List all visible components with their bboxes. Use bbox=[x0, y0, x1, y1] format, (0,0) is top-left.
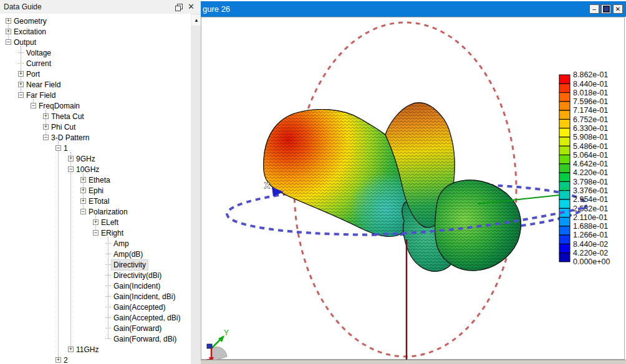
tree-item-eright[interactable]: ERight bbox=[99, 228, 125, 238]
colorbar-cell bbox=[559, 84, 570, 92]
tree-toggle-expand[interactable]: + bbox=[6, 18, 11, 24]
tree-item-excitation[interactable]: Excitation bbox=[12, 26, 48, 37]
tree-toggle-expand[interactable]: + bbox=[6, 29, 11, 34]
tree-toggle-expand[interactable]: + bbox=[68, 156, 74, 161]
tree-item-output[interactable]: Output bbox=[12, 37, 38, 47]
tree-item-11ghz[interactable]: 11GHz bbox=[74, 344, 100, 355]
colorbar-cell bbox=[559, 102, 570, 110]
tree-toggle-expand[interactable]: + bbox=[18, 71, 24, 77]
figure-bottom-strip bbox=[201, 360, 626, 364]
tree-toggle-collapse[interactable]: − bbox=[43, 135, 49, 140]
tree-item-gain-forward-dbi[interactable]: Gain(Forward, dBi) bbox=[112, 333, 178, 344]
y-axis-label: Y bbox=[562, 185, 567, 194]
tree-item-gain-incident[interactable]: Gain(Incident) bbox=[112, 280, 162, 291]
tree-toggle-collapse[interactable]: − bbox=[80, 209, 86, 214]
tree-item-label: FreqDomain bbox=[37, 101, 82, 111]
restore-button[interactable] bbox=[601, 4, 611, 14]
tree-item-ephi[interactable]: Ephi bbox=[87, 185, 105, 196]
tree-item-10ghz[interactable]: 10GHz bbox=[74, 164, 101, 175]
tree-item-label: Polarization bbox=[87, 207, 130, 217]
tree-toggle-collapse[interactable]: − bbox=[55, 145, 61, 151]
tree-toggle-collapse[interactable]: − bbox=[6, 39, 11, 45]
tree-item-directivity-dbi[interactable]: Directivity(dBi) bbox=[112, 270, 163, 280]
figure-titlebar[interactable]: gure 26 – ✕ bbox=[201, 1, 626, 17]
tree-item-gain-incident-dbi[interactable]: Gain(Incident, dBi) bbox=[112, 291, 177, 302]
tree-item-label: ETotal bbox=[87, 196, 111, 206]
tree-toggle-expand[interactable]: + bbox=[43, 124, 49, 130]
tree-item-etheta[interactable]: Etheta bbox=[87, 175, 112, 185]
colorbar-cell bbox=[559, 146, 570, 155]
tree-item-label: Gain(Forward, dBi) bbox=[112, 334, 178, 344]
tree-item-label: Current bbox=[24, 59, 53, 69]
tree-item-gain-accepted-dbi[interactable]: Gain(Accepted, dBi) bbox=[112, 312, 182, 323]
colorbar-tick-label: 2.110e-01 bbox=[573, 213, 607, 222]
tree-item-label: Voltage bbox=[24, 48, 53, 58]
triad-y-label: Y bbox=[224, 328, 229, 337]
tree-item-voltage[interactable]: Voltage bbox=[24, 47, 53, 58]
colorbar-tick-label: 8.862e-01 bbox=[573, 70, 608, 79]
tree-toggle-expand[interactable]: + bbox=[93, 219, 99, 225]
colorbar-cell bbox=[559, 93, 570, 102]
restore-icon bbox=[603, 6, 610, 12]
tree-item-3-d-pattern[interactable]: 3-D Pattern bbox=[49, 132, 91, 143]
tree-item-label: ELeft bbox=[99, 218, 120, 228]
tree-toggle-expand[interactable]: + bbox=[43, 113, 49, 119]
colorbar-tick-label: 7.596e-01 bbox=[573, 97, 608, 106]
colorbar-tick-label: 8.018e-01 bbox=[573, 89, 608, 97]
tree-toggle-expand[interactable]: + bbox=[68, 347, 74, 352]
tree-toggle-collapse[interactable]: − bbox=[68, 166, 74, 172]
tree-item-amp[interactable]: Amp bbox=[112, 238, 131, 249]
tree-toggle-collapse[interactable]: − bbox=[31, 103, 36, 108]
tree-toggle-collapse[interactable]: − bbox=[18, 92, 24, 98]
tree-toggle-expand[interactable]: + bbox=[18, 82, 24, 87]
tree-item-1[interactable]: 1 bbox=[62, 143, 70, 153]
tree-item-etotal[interactable]: ETotal bbox=[87, 196, 111, 206]
scrollbar-up-arrow[interactable]: ▲ bbox=[191, 15, 201, 26]
tree-item-directivity[interactable]: Directivity bbox=[112, 259, 148, 270]
tree-item-eleft[interactable]: ELeft bbox=[99, 217, 120, 228]
panel-title: Data Guide bbox=[0, 2, 175, 11]
tree-item-gain-forward[interactable]: Gain(Forward) bbox=[112, 323, 163, 333]
float-window-icon[interactable] bbox=[175, 4, 181, 10]
tree-toggle-expand[interactable]: + bbox=[80, 177, 86, 183]
colorbar-cell bbox=[559, 244, 570, 252]
minimize-button[interactable]: – bbox=[589, 4, 599, 14]
tree-item-far-field[interactable]: Far Field bbox=[24, 90, 57, 100]
tree-item-near-field[interactable]: Near Field bbox=[24, 79, 62, 90]
tree-toggle-expand[interactable]: + bbox=[80, 198, 86, 204]
tree-item-polarization[interactable]: Polarization bbox=[87, 206, 130, 217]
tree-item-2[interactable]: 2 bbox=[62, 355, 70, 364]
orientation-triad: Y Z bbox=[206, 328, 229, 360]
tree-item-label: 11GHz bbox=[74, 345, 100, 355]
colorbar-cell bbox=[559, 218, 570, 226]
colorbar-legend: 8.862e-018.440e-018.018e-017.596e-017.17… bbox=[559, 70, 610, 266]
tree-toggle-expand[interactable]: + bbox=[80, 188, 86, 193]
tree-item-port[interactable]: Port bbox=[24, 69, 42, 79]
tree-item-current[interactable]: Current bbox=[24, 58, 53, 69]
tree-item-freqdomain[interactable]: FreqDomain bbox=[37, 100, 82, 111]
tree-item-9ghz[interactable]: 9GHz bbox=[74, 153, 97, 164]
tree-item-gain-accepted[interactable]: Gain(Accepted) bbox=[112, 302, 167, 312]
tree-item-label: Near Field bbox=[24, 80, 62, 90]
tree-item-theta-cut[interactable]: Theta Cut bbox=[49, 111, 86, 122]
tree-item-phi-cut[interactable]: Phi Cut bbox=[49, 122, 77, 132]
tree-toggle-expand[interactable]: + bbox=[55, 357, 61, 363]
tree-item-geometry[interactable]: Geometry bbox=[12, 16, 49, 26]
data-guide-tree[interactable]: +Geometry+Excitation−OutputVoltageCurren… bbox=[0, 14, 191, 364]
tree-item-label: Directivity bbox=[112, 260, 148, 270]
data-guide-panel-header: Data Guide ✕ bbox=[0, 0, 201, 14]
close-button[interactable]: ✕ bbox=[613, 4, 623, 14]
panel-close-icon[interactable]: ✕ bbox=[188, 4, 195, 10]
tree-item-label: 2 bbox=[62, 355, 70, 364]
colorbar-tick-label: 8.440e-01 bbox=[573, 80, 608, 89]
tree-item-label: Excitation bbox=[12, 27, 48, 37]
colorbar-tick-label: 3.798e-01 bbox=[573, 178, 608, 186]
colorbar-cell bbox=[559, 75, 570, 84]
tree-toggle-collapse[interactable]: − bbox=[93, 230, 99, 236]
tree-item-label: Geometry bbox=[12, 16, 49, 26]
colorbar-cell bbox=[559, 119, 570, 128]
colorbar-tick-label: 6.752e-01 bbox=[573, 115, 608, 124]
tree-item-amp-db[interactable]: Amp(dB) bbox=[112, 249, 145, 259]
figure-canvas[interactable]: 8.862e-018.440e-018.018e-017.596e-017.17… bbox=[201, 17, 625, 360]
tree-vertical-scrollbar[interactable]: ▲ bbox=[191, 14, 201, 364]
